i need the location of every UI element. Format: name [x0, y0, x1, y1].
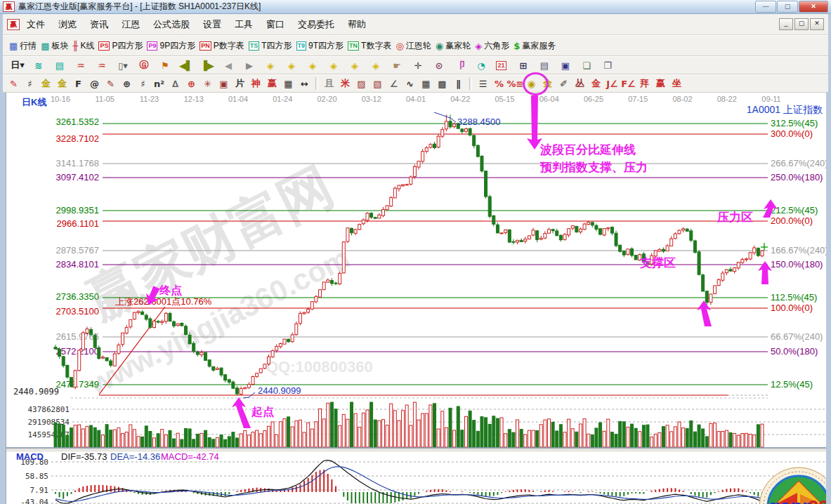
diamond-shrink-icon[interactable]: ◈ — [325, 60, 342, 71]
t-square-button[interactable]: TST四方形 — [249, 40, 292, 52]
percent-extension-icon[interactable]: %≡ — [507, 79, 523, 89]
gann-wheel-button[interactable]: ◎江恩轮 — [395, 40, 431, 52]
t9-square-button[interactable]: T99T四方形 — [296, 40, 344, 52]
crosshair-icon[interactable]: ✛ — [410, 60, 426, 71]
wave9-icon[interactable]: ♒ — [93, 60, 110, 71]
ying2-tool-icon[interactable]: 赢 — [653, 77, 669, 90]
chart-canvas[interactable]: 赢家财富网 www.yingjia360.com QQ:10080036010-… — [6, 93, 826, 504]
zuo-tool-icon[interactable]: 坐 — [669, 77, 685, 90]
kline-button[interactable]: ╫K线 — [73, 40, 95, 52]
brain-icon[interactable]: ◔ — [473, 60, 490, 71]
draw-pencil-icon[interactable]: ✎ — [6, 79, 22, 89]
shape-dropdown[interactable]: ▯▾ — [114, 60, 131, 71]
menu-settings[interactable]: 设置 — [203, 18, 221, 31]
winner-wheel-button[interactable]: ◉赢家轮 — [436, 40, 471, 52]
calendar-icon[interactable]: 21 — [494, 61, 511, 70]
angle-line-icon[interactable]: ∠ — [386, 79, 402, 89]
hexagon-button[interactable]: ◈六角形 — [475, 40, 509, 52]
pattern-icon[interactable]: ≋ — [30, 60, 47, 71]
ray-fan-icon[interactable]: 米 — [337, 77, 353, 90]
percent-box-icon[interactable]: % — [491, 79, 507, 89]
a-shape-icon[interactable]: 丛 — [572, 77, 588, 90]
star-grid-icon[interactable]: ✳ — [199, 79, 216, 89]
grid-dark-icon[interactable]: ▦ — [418, 79, 434, 89]
jump-last-icon[interactable]: ▐▶ — [199, 60, 216, 71]
ying-tool-icon[interactable]: 赢 — [264, 77, 280, 90]
flag-icon[interactable]: ⚑ — [157, 60, 174, 71]
p9-square-button[interactable]: P99P四方形 — [147, 40, 195, 52]
child-restore-button[interactable]: ▢ — [794, 18, 809, 30]
wave3-icon[interactable]: ♒ — [72, 60, 89, 71]
jump-first-icon[interactable]: ◀▌ — [178, 60, 195, 71]
gold-circle-icon[interactable]: ◉ — [523, 79, 539, 89]
maximize-button[interactable]: ▢ — [777, 1, 798, 13]
gold-split2-icon[interactable]: 金 — [54, 77, 70, 90]
gann-grid-icon[interactable]: ♯ — [22, 79, 38, 89]
menu-news[interactable]: 资讯 — [90, 18, 108, 31]
bai-tool-icon[interactable]: 拜 — [636, 77, 653, 90]
grid-123-icon[interactable]: ▦ — [280, 79, 296, 89]
spiral-tool-icon[interactable]: @ — [86, 79, 103, 89]
n-square-icon[interactable]: n² — [151, 79, 167, 89]
shen-tool-icon[interactable]: 神 — [248, 77, 264, 90]
step-prev-icon[interactable]: ◀ — [220, 60, 237, 71]
menu-tools[interactable]: 工具 — [235, 18, 253, 31]
diamond-compress-icon[interactable]: ◈ — [346, 60, 363, 71]
grid2-icon[interactable]: ♯ — [135, 79, 151, 89]
child-minimize-button[interactable]: _ — [779, 18, 793, 30]
width-tool-icon[interactable]: ↔ — [296, 79, 313, 89]
zigzag-icon[interactable]: ∿ — [402, 79, 418, 89]
title-bar[interactable]: 赢 赢家江恩专业版[赢家服务平台] - [上证指数 SH1A0001-237日K… — [0, 0, 831, 14]
calculator-icon[interactable]: ⊞ — [515, 60, 532, 71]
f-angle-icon[interactable]: F∠ — [620, 79, 636, 89]
menu-gann[interactable]: 江恩 — [122, 18, 140, 31]
p-square-button[interactable]: PSP四方形 — [98, 40, 143, 52]
menu-window[interactable]: 窗口 — [266, 18, 284, 31]
close-button[interactable]: ✕ — [799, 1, 828, 13]
export-icon[interactable]: ❏ — [578, 60, 595, 71]
parallel-icon[interactable]: ∥ — [450, 79, 466, 89]
fractal-icon[interactable]: 片 — [232, 77, 248, 90]
compass-icon[interactable]: ⊕ — [183, 79, 199, 89]
square-grid-icon[interactable]: ▣ — [216, 79, 232, 89]
diamond-left-icon[interactable]: ◈ — [262, 60, 279, 71]
gann-mark-icon[interactable]: Ⓖ — [136, 59, 152, 72]
child-close-button[interactable]: ✕ — [810, 18, 824, 30]
gold-split-icon[interactable]: 金 — [38, 77, 54, 90]
print-icon[interactable]: ❐ — [599, 60, 616, 71]
report-icon[interactable]: ▤ — [536, 60, 553, 71]
menu-help[interactable]: 帮助 — [348, 18, 366, 31]
diamond-right-icon[interactable]: ◈ — [283, 60, 300, 71]
save-icon[interactable]: ▣ — [557, 60, 574, 71]
gold-lines-icon[interactable]: 金 — [539, 77, 556, 90]
macd-indicator-label[interactable]: MACD — [16, 451, 44, 462]
sector-button[interactable]: ▩板块 — [41, 40, 68, 52]
j-angle-icon[interactable]: J∠ — [604, 79, 620, 89]
brush-a-icon[interactable]: ✐ — [556, 79, 572, 89]
box-fill2-icon[interactable]: ▧ — [369, 79, 386, 89]
menu-browse[interactable]: 浏览 — [58, 18, 77, 31]
hand-tool-icon[interactable]: ☛ — [388, 60, 405, 71]
p-number-button[interactable]: PNP数字表 — [199, 40, 244, 52]
list-percent-icon[interactable]: ☰ — [475, 79, 491, 89]
menu-trade[interactable]: 交易委托 — [298, 18, 334, 31]
info-note-icon[interactable]: ▤ — [51, 60, 68, 71]
period-dropdown[interactable]: 日▾ — [9, 59, 26, 72]
angle-tool-icon[interactable]: ∆ — [167, 79, 183, 89]
minimize-button[interactable]: — — [755, 1, 776, 13]
diamond-full-icon[interactable]: ◈ — [367, 60, 384, 71]
menu-formula[interactable]: 公式选股 — [153, 18, 190, 31]
gann-circle-icon[interactable]: ⊕ — [119, 79, 135, 89]
market-button[interactable]: ▦行情 — [9, 40, 37, 52]
gold-red-icon[interactable]: 金 — [588, 77, 604, 90]
step-next-icon[interactable]: ▶ — [241, 60, 258, 71]
draw-pencil2-icon[interactable]: ✎ — [103, 79, 119, 89]
t-number-button[interactable]: TNT数字表 — [348, 40, 391, 52]
grid-dark2-icon[interactable]: ▩ — [434, 79, 450, 89]
service-button[interactable]: $赢家服务 — [513, 40, 556, 52]
fib-tool-icon[interactable]: F — [70, 79, 86, 89]
chart-area[interactable]: 赢家财富网 www.yingjia360.com QQ:10080036010-… — [6, 93, 825, 504]
zoom-tool-icon[interactable]: ⊙ — [431, 60, 447, 71]
box-tool-icon[interactable]: 且 — [321, 77, 337, 90]
diamond-expand-icon[interactable]: ◈ — [304, 60, 321, 71]
